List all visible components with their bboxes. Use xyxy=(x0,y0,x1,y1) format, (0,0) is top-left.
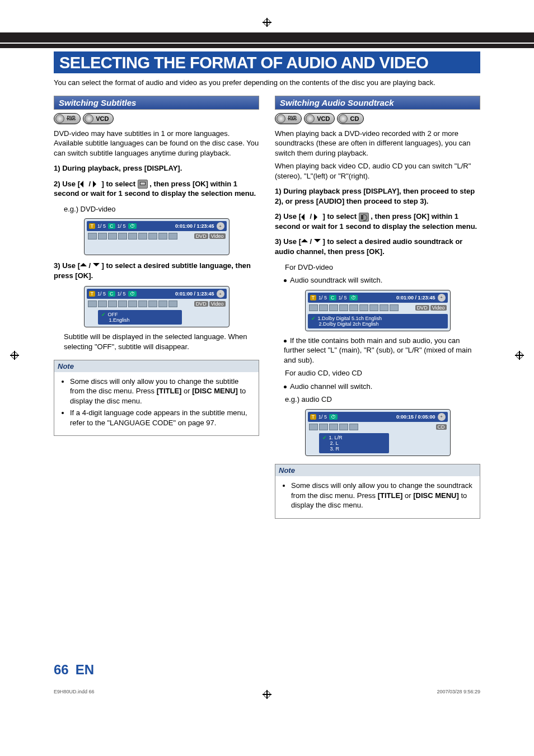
badge-label: VCD xyxy=(96,115,109,122)
osd-time: 0:00:15 / 0:05:00 xyxy=(396,414,435,420)
osd-icon xyxy=(118,233,127,240)
osd-menu-item: OFF xyxy=(108,312,118,317)
badge-label: VCD xyxy=(317,115,330,122)
osd-chapter-counter: 1/ 5 xyxy=(339,295,347,300)
left-arrow-icon xyxy=(301,214,308,220)
check-icon: ✓ xyxy=(322,435,327,440)
osd-title-counter: 1/ 5 xyxy=(318,414,327,420)
osd-menu-item: 2. L xyxy=(330,440,339,446)
osd-example-2: T 1/ 5 C 1/ 5 ⏱ 0:01:00 / 1:23:45 + DVD … xyxy=(84,286,229,327)
disc-badge-vcd: VCD xyxy=(83,113,114,124)
osd-example-3: T 1/ 5 C 1/ 5 ⏱ 0:01:00 / 1:23:45 + DVD … xyxy=(305,290,451,331)
after-text: Subtitle will be displayed in the select… xyxy=(64,332,259,351)
osd-badge: CD xyxy=(436,424,447,430)
for-dvd-label: For DVD-video xyxy=(285,262,480,273)
osd-clock-icon: ⏱ xyxy=(349,295,358,300)
osd-badge: Video xyxy=(209,233,226,239)
osd-clock-icon: ⏱ xyxy=(128,291,137,297)
section-header-audio: Switching Audio Soundtrack xyxy=(275,96,480,110)
osd-title-counter: 1/ 5 xyxy=(97,223,106,229)
osd-icon xyxy=(380,304,388,311)
osd-title-counter: 1/ 5 xyxy=(318,295,327,300)
osd-icon xyxy=(98,233,107,240)
osd-title-counter: 1/ 5 xyxy=(97,291,106,297)
osd-icon xyxy=(390,304,399,311)
disc-icon xyxy=(85,114,93,123)
osd-clock-icon: ⏱ xyxy=(329,414,338,420)
crop-mark-icon xyxy=(263,18,271,27)
osd-title-chip: T xyxy=(89,223,96,229)
disc-badge-cd: CD xyxy=(337,113,364,124)
crop-mark-icon xyxy=(10,351,19,360)
osd-badge: DVD xyxy=(194,301,208,307)
bullet-text: If the title contains both main and sub … xyxy=(284,336,471,364)
step-1-label: 1) During playback press [DISPLAY], then… xyxy=(275,187,475,205)
osd-menu-item: 1.English xyxy=(109,317,130,323)
left-column: Switching Subtitles DVDVideo VCD DVD-vid… xyxy=(54,96,259,519)
osd-icon xyxy=(329,304,338,311)
osd-icon xyxy=(138,300,147,307)
osd-icon xyxy=(138,233,147,240)
down-arrow-icon xyxy=(93,263,100,270)
osd-menu-item: 1.Dolby Digital 5.1ch English xyxy=(318,316,382,321)
step-3-label: 3) Use [ / ] to select a desired subtitl… xyxy=(54,261,251,280)
left-arrow-icon xyxy=(80,181,87,187)
body-text: DVD-video may have subtitles in 1 or mor… xyxy=(54,129,259,158)
body-text: When playing back a DVD-video recorded w… xyxy=(275,129,480,158)
osd-badge: Video xyxy=(209,301,226,307)
badge-label: CD xyxy=(350,115,359,122)
osd-chapter-counter: 1/ 5 xyxy=(118,291,126,297)
note-item: If a 4-digit language code appears in th… xyxy=(70,408,254,428)
osd-chapter-counter: 1/ 5 xyxy=(118,223,126,229)
osd-icon xyxy=(128,233,137,240)
check-icon: ✓ xyxy=(101,312,106,317)
osd-example-4: T 1/ 5 ⏱ 0:00:15 / 0:05:00 + CD ✓1. L/R … xyxy=(305,409,451,456)
osd-key-icon: + xyxy=(438,413,446,421)
osd-icon xyxy=(158,300,167,307)
osd-example-1: T 1/ 5 C 1/ 5 ⏱ 0:01:00 / 1:23:45 + DVD … xyxy=(84,218,229,255)
osd-icon xyxy=(118,300,127,307)
right-arrow-icon xyxy=(93,181,100,187)
example-label: e.g.) DVD-video xyxy=(64,204,259,214)
footer-left: E9H80UD.indd 66 xyxy=(54,689,95,694)
note-box: Note Some discs will only allow you to c… xyxy=(275,464,480,519)
osd-key-icon: + xyxy=(217,290,224,298)
osd-icon xyxy=(148,300,157,307)
osd-icon xyxy=(108,233,117,240)
page-number: 66 xyxy=(54,662,69,678)
step-2-label: 2) Use [ / ] to select , then press [OK]… xyxy=(54,180,256,198)
osd-title-chip: T xyxy=(310,295,317,300)
bullet-text: Audio channel will switch. xyxy=(290,382,372,391)
note-heading: Note xyxy=(275,464,480,476)
right-column: Switching Audio Soundtrack DVDVideo VCD … xyxy=(275,96,480,519)
osd-icon xyxy=(339,424,348,430)
step-3-label: 3) Use [ / ] to select a desired audio s… xyxy=(275,237,462,256)
note-heading: Note xyxy=(54,360,259,372)
osd-title-chip: T xyxy=(89,291,96,297)
crop-mark-icon xyxy=(515,351,524,360)
right-arrow-icon xyxy=(314,214,321,220)
osd-time: 0:01:00 / 1:23:45 xyxy=(396,295,435,300)
osd-title-chip: T xyxy=(310,414,317,420)
note-item: Some discs will only allow you to change… xyxy=(291,481,475,510)
disc-icon xyxy=(55,114,64,123)
osd-time: 0:01:00 / 1:23:45 xyxy=(175,223,214,229)
subtitle-icon xyxy=(138,180,148,189)
disc-icon xyxy=(306,114,315,123)
disc-badge-vcd: VCD xyxy=(304,113,335,124)
osd-menu-item: 3. R xyxy=(330,446,340,452)
disc-icon xyxy=(277,114,285,123)
for-cd-label: For audio CD, video CD xyxy=(285,368,480,378)
osd-icon xyxy=(369,304,378,311)
example-label: e.g.) audio CD xyxy=(285,395,480,405)
osd-badge: Video xyxy=(430,305,447,311)
osd-key-icon: + xyxy=(438,294,446,302)
osd-icon xyxy=(359,304,368,311)
disc-badge-dvd: DVDVideo xyxy=(54,113,81,124)
osd-icon xyxy=(88,233,97,240)
disc-icon xyxy=(339,114,348,123)
osd-icon xyxy=(88,300,97,307)
osd-menu-item: 2.Dolby Digital 2ch English xyxy=(319,321,379,327)
osd-icon xyxy=(319,424,328,430)
osd-icon xyxy=(309,304,318,311)
